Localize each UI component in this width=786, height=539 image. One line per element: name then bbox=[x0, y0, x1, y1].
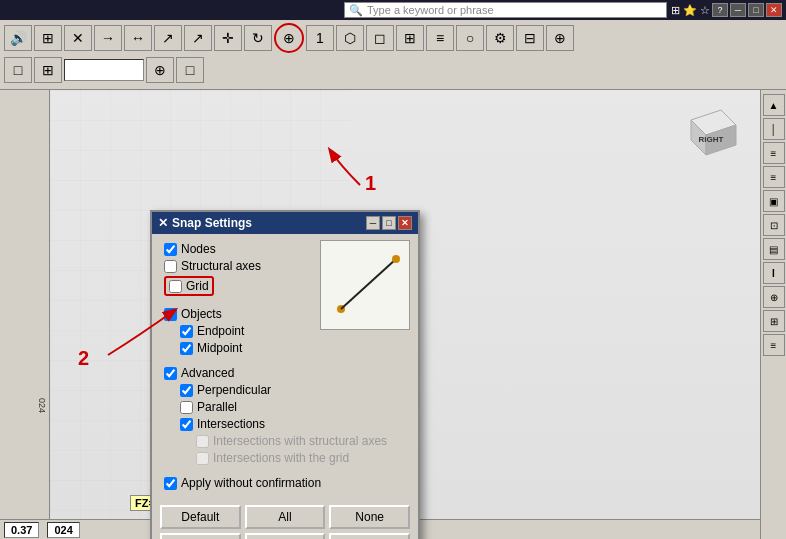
tb-resize[interactable]: ↔ bbox=[124, 25, 152, 51]
status-val-2: 024 bbox=[47, 522, 79, 538]
tb-hex[interactable]: ⬡ bbox=[336, 25, 364, 51]
minimize-btn[interactable]: ─ bbox=[730, 3, 746, 17]
status-val-1: 0.37 bbox=[4, 522, 39, 538]
svg-line-5 bbox=[341, 259, 396, 309]
close-dialog-button[interactable]: Close bbox=[245, 533, 326, 539]
right-sidebar: ▲ │ ≡ ≡ ▣ ⊡ ▤ I ⊕ ⊞ ≡ bbox=[760, 90, 786, 539]
sidebar-btn-3[interactable]: ≡ bbox=[763, 142, 785, 164]
tb-num[interactable]: 1 bbox=[306, 25, 334, 51]
intersections-label: Intersections bbox=[197, 417, 265, 431]
cube-right-label: RIGHT bbox=[699, 135, 724, 144]
default-button[interactable]: Default bbox=[160, 505, 241, 529]
snap-settings-dialog: ✕ Snap Settings ─ □ ✕ Nodes Structural a… bbox=[150, 210, 420, 539]
tb-diag1[interactable]: ↗ bbox=[154, 25, 182, 51]
apply-without-row: Apply without confirmation bbox=[160, 476, 410, 490]
maximize-btn[interactable]: □ bbox=[748, 3, 764, 17]
sidebar-btn-1[interactable]: ▲ bbox=[763, 94, 785, 116]
dialog-max-btn[interactable]: □ bbox=[382, 216, 396, 230]
help-btn[interactable]: ? bbox=[712, 3, 728, 17]
tb-snap-settings[interactable]: ⊕ bbox=[274, 23, 304, 53]
snap-preview bbox=[320, 240, 410, 330]
midpoint-row: Midpoint bbox=[160, 341, 410, 355]
dialog-close-btn[interactable]: ✕ bbox=[398, 216, 412, 230]
sidebar-btn-8[interactable]: I bbox=[763, 262, 785, 284]
tb2-snap2[interactable]: ⊕ bbox=[146, 57, 174, 83]
intersections-structural-row: Intersections with structural axes bbox=[160, 434, 410, 448]
dialog-btn-row-2: Apply Close Help bbox=[152, 533, 418, 539]
toolbar-area: 🔊 ⊞ ✕ → ↔ ↗ ↗ ✛ ↻ ⊕ 1 ⬡ ◻ ⊞ ≡ ○ ⚙ ⊟ ⊕ □ … bbox=[0, 20, 786, 90]
nodes-label: Nodes bbox=[181, 242, 216, 256]
sidebar-btn-7[interactable]: ▤ bbox=[763, 238, 785, 260]
3d-cube-container[interactable]: RIGHT bbox=[681, 100, 751, 170]
workspace: 024 RIGHT ▲ │ ≡ ≡ ▣ ⊡ ▤ I ⊕ ⊞ ≡ FZ=-0.44… bbox=[0, 90, 786, 539]
perpendicular-row: Perpendicular bbox=[160, 383, 410, 397]
tb-sound[interactable]: 🔊 bbox=[4, 25, 32, 51]
midpoint-checkbox[interactable] bbox=[180, 342, 193, 355]
tb2-square2[interactable]: □ bbox=[176, 57, 204, 83]
tb-lines[interactable]: ≡ bbox=[426, 25, 454, 51]
all-button[interactable]: All bbox=[245, 505, 326, 529]
title-bar: 🔍 Type a keyword or phrase ⊞ ⭐ ☆ ? ─ □ ✕ bbox=[0, 0, 786, 20]
search-box[interactable]: 🔍 Type a keyword or phrase bbox=[344, 2, 667, 18]
intersections-grid-label: Intersections with the grid bbox=[213, 451, 349, 465]
apply-without-checkbox[interactable] bbox=[164, 477, 177, 490]
left-ruler: 024 bbox=[0, 90, 50, 519]
sidebar-btn-6[interactable]: ⊡ bbox=[763, 214, 785, 236]
nodes-checkbox[interactable] bbox=[164, 243, 177, 256]
structural-axes-label: Structural axes bbox=[181, 259, 261, 273]
grid-checkbox[interactable] bbox=[169, 280, 182, 293]
advanced-row: Advanced bbox=[160, 366, 410, 380]
apply-without-label: Apply without confirmation bbox=[181, 476, 321, 490]
toolbar-row-1: 🔊 ⊞ ✕ → ↔ ↗ ↗ ✛ ↻ ⊕ 1 ⬡ ◻ ⊞ ≡ ○ ⚙ ⊟ ⊕ bbox=[2, 22, 784, 54]
tb-rotate[interactable]: ↻ bbox=[244, 25, 272, 51]
grid-label: Grid bbox=[186, 279, 209, 293]
sidebar-btn-5[interactable]: ▣ bbox=[763, 190, 785, 212]
search-placeholder: Type a keyword or phrase bbox=[367, 4, 494, 16]
grid-highlight: Grid bbox=[164, 276, 214, 296]
close-app-btn[interactable]: ✕ bbox=[766, 3, 782, 17]
dialog-min-btn[interactable]: ─ bbox=[366, 216, 380, 230]
dialog-title: Snap Settings bbox=[172, 216, 252, 230]
parallel-label: Parallel bbox=[197, 400, 237, 414]
tb-plus2[interactable]: ⊕ bbox=[546, 25, 574, 51]
sidebar-btn-4[interactable]: ≡ bbox=[763, 166, 785, 188]
toolbar-row-2: □ ⊞ ⊕ □ bbox=[2, 54, 784, 86]
tb-circle[interactable]: ○ bbox=[456, 25, 484, 51]
advanced-checkbox[interactable] bbox=[164, 367, 177, 380]
perpendicular-checkbox[interactable] bbox=[180, 384, 193, 397]
intersections-structural-checkbox[interactable] bbox=[196, 435, 209, 448]
help-dialog-button[interactable]: Help bbox=[329, 533, 410, 539]
parallel-row: Parallel bbox=[160, 400, 410, 414]
dialog-icon: ✕ bbox=[158, 216, 168, 230]
none-button[interactable]: None bbox=[329, 505, 410, 529]
sidebar-btn-2[interactable]: │ bbox=[763, 118, 785, 140]
tb-cross[interactable]: ✕ bbox=[64, 25, 92, 51]
advanced-label: Advanced bbox=[181, 366, 234, 380]
tb-grid[interactable]: ⊞ bbox=[396, 25, 424, 51]
apply-button[interactable]: Apply bbox=[160, 533, 241, 539]
intersections-grid-checkbox[interactable] bbox=[196, 452, 209, 465]
tb-square[interactable]: ◻ bbox=[366, 25, 394, 51]
sidebar-btn-11[interactable]: ≡ bbox=[763, 334, 785, 356]
objects-checkbox[interactable] bbox=[164, 308, 177, 321]
endpoint-checkbox[interactable] bbox=[180, 325, 193, 338]
tb-plus[interactable]: ✛ bbox=[214, 25, 242, 51]
perpendicular-label: Perpendicular bbox=[197, 383, 271, 397]
tb2-rect[interactable]: □ bbox=[4, 57, 32, 83]
sidebar-btn-9[interactable]: ⊕ bbox=[763, 286, 785, 308]
sidebar-btn-10[interactable]: ⊞ bbox=[763, 310, 785, 332]
tb-minus-sq[interactable]: ⊟ bbox=[516, 25, 544, 51]
dropdown-field[interactable] bbox=[64, 59, 144, 81]
tb-arrow[interactable]: → bbox=[94, 25, 122, 51]
tb2-grid2[interactable]: ⊞ bbox=[34, 57, 62, 83]
dialog-title-bar[interactable]: ✕ Snap Settings ─ □ ✕ bbox=[152, 212, 418, 234]
tb-diag2[interactable]: ↗ bbox=[184, 25, 212, 51]
tb-settings[interactable]: ⚙ bbox=[486, 25, 514, 51]
svg-point-6 bbox=[392, 255, 400, 263]
parallel-checkbox[interactable] bbox=[180, 401, 193, 414]
tb-snap[interactable]: ⊞ bbox=[34, 25, 62, 51]
preview-svg bbox=[321, 241, 411, 331]
intersections-checkbox[interactable] bbox=[180, 418, 193, 431]
structural-axes-checkbox[interactable] bbox=[164, 260, 177, 273]
dialog-btn-row-1: Default All None bbox=[152, 501, 418, 533]
